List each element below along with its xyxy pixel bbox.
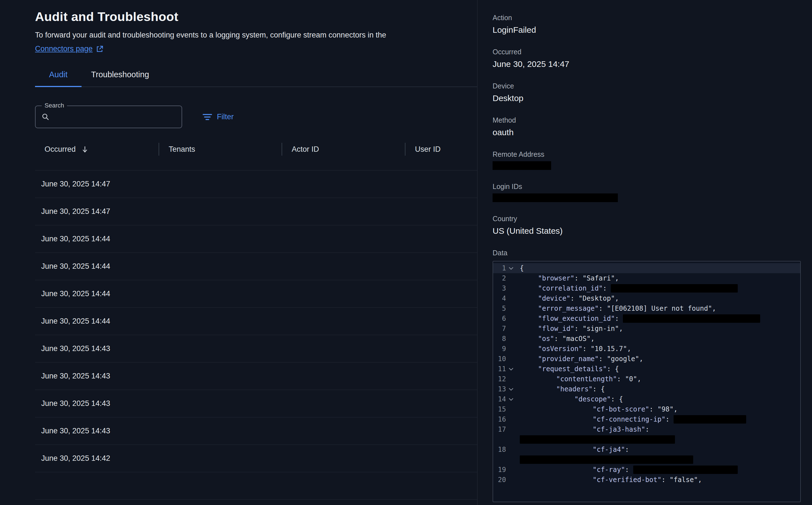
- collapse-chevron-icon[interactable]: [506, 367, 520, 371]
- list-toolbar: Search Filter: [35, 106, 477, 128]
- tab-audit[interactable]: Audit: [35, 68, 82, 87]
- json-punct: :: [615, 314, 623, 324]
- code-line-number: 16: [493, 414, 506, 425]
- json-value: "98": [657, 404, 674, 414]
- code-line: [493, 435, 800, 445]
- sort-desc-icon[interactable]: [81, 145, 89, 153]
- code-line-content: "osVersion": "10.15.7",: [520, 344, 631, 354]
- detail-field: DeviceDesktop: [492, 82, 801, 104]
- json-punct: :: [599, 354, 607, 364]
- table-row[interactable]: June 30, 2025 14:44: [35, 253, 477, 280]
- json-key: "cf-connecting-ip": [593, 414, 666, 425]
- json-key: "flow_id": [538, 324, 574, 334]
- json-punct: :: [617, 374, 625, 384]
- table-row[interactable]: June 30, 2025 14:44: [35, 308, 477, 335]
- code-line-number: 11: [493, 364, 506, 374]
- json-punct: :: [574, 273, 583, 283]
- row-occurred-value: June 30, 2025 14:44: [41, 290, 110, 298]
- table-row[interactable]: June 30, 2025 14:43: [35, 335, 477, 362]
- json-punct: ,: [674, 404, 678, 414]
- redacted-value: [520, 435, 675, 444]
- search-input[interactable]: [54, 112, 176, 122]
- table-row[interactable]: June 30, 2025 14:44: [35, 280, 477, 308]
- json-punct: {: [520, 263, 524, 273]
- connectors-link-row: Connectors page: [35, 44, 477, 53]
- column-header-user-id[interactable]: User ID: [405, 128, 477, 170]
- json-punct: :: [649, 404, 657, 414]
- table-row[interactable]: June 30, 2025 14:43: [35, 417, 477, 445]
- code-line-content: "correlation_id":: [520, 283, 738, 293]
- json-key: "descope": [574, 394, 611, 404]
- code-line-number: 8: [493, 334, 506, 344]
- json-value: "google": [607, 354, 640, 364]
- collapse-chevron-icon[interactable]: [506, 267, 520, 270]
- redacted-value: [674, 415, 746, 424]
- detail-field-label: Device: [492, 82, 801, 90]
- row-occurred-value: June 30, 2025 14:47: [41, 207, 110, 216]
- code-line-content: "request_details": {: [520, 364, 619, 374]
- code-line: 1{: [493, 263, 800, 273]
- json-punct: :: [625, 445, 629, 455]
- json-punct: :: [571, 293, 579, 304]
- table-row[interactable]: June 30, 2025 14:43: [35, 390, 477, 417]
- json-punct: ,: [698, 475, 702, 485]
- json-key: "device": [538, 293, 571, 304]
- json-value: "Desktop": [579, 293, 615, 304]
- filter-button[interactable]: Filter: [202, 113, 234, 121]
- row-occurred-value: June 30, 2025 14:47: [41, 180, 110, 188]
- code-line-number: 12: [493, 374, 506, 384]
- json-key: "correlation_id": [538, 283, 603, 293]
- connectors-page-link[interactable]: Connectors page: [35, 44, 103, 53]
- json-key: "cf-bot-score": [593, 404, 649, 414]
- code-line-number: 10: [493, 354, 506, 364]
- code-line-content: [520, 435, 675, 444]
- code-line: 10"provider_name": "google",: [493, 354, 800, 364]
- code-line: 18"cf-ja4":: [493, 445, 800, 455]
- code-line-number: 18: [493, 445, 506, 455]
- json-value: "sign-in": [583, 324, 619, 334]
- table-row[interactable]: June 30, 2025 14:42: [35, 445, 477, 472]
- search-box[interactable]: Search: [35, 106, 182, 128]
- detail-field-value: US (United States): [492, 226, 801, 236]
- table-row[interactable]: June 30, 2025 14:43: [35, 362, 477, 390]
- code-line-content: "cf-ja3-hash":: [520, 425, 649, 435]
- tab-troubleshooting[interactable]: Troubleshooting: [82, 68, 158, 87]
- code-line-content: "flow_execution_id":: [520, 314, 760, 324]
- audit-page: Audit and Troubleshoot To forward your a…: [0, 0, 812, 505]
- collapse-chevron-icon[interactable]: [506, 398, 520, 401]
- collapse-chevron-icon[interactable]: [506, 388, 520, 391]
- column-header-tenants[interactable]: Tenants: [159, 128, 282, 170]
- code-line-number: 4: [493, 293, 506, 304]
- json-punct: :: [554, 334, 562, 344]
- json-punct: :: [574, 324, 583, 334]
- audit-rows: June 30, 2025 14:47June 30, 2025 14:47Ju…: [35, 170, 477, 472]
- json-value: "macOS": [562, 334, 591, 344]
- code-line-number: 15: [493, 404, 506, 414]
- table-row[interactable]: June 30, 2025 14:44: [35, 225, 477, 253]
- json-key: "osVersion": [538, 344, 583, 354]
- page-subtitle: To forward your audit and troubleshootin…: [35, 31, 477, 39]
- code-line: 11"request_details": {: [493, 364, 800, 374]
- code-line-content: "contentLength": "0",: [520, 374, 641, 384]
- json-value: "[E062108] User not found": [607, 304, 712, 314]
- json-data-viewer[interactable]: 1{2"browser": "Safari",3"correlation_id"…: [492, 261, 801, 502]
- detail-field-value: June 30, 2025 14:47: [492, 59, 801, 69]
- json-punct: :: [645, 425, 649, 435]
- json-punct: ,: [627, 344, 631, 354]
- code-line-number: 14: [493, 394, 506, 404]
- json-key: "cf-ray": [593, 465, 625, 475]
- code-line-content: "cf-connecting-ip":: [520, 414, 746, 425]
- code-line: 5"error_message": "[E062108] User not fo…: [493, 304, 800, 314]
- json-key: "cf-ja4": [593, 445, 625, 455]
- audit-detail-panel: ActionLoginFailedOccurredJune 30, 2025 1…: [477, 0, 812, 505]
- json-punct: ,: [615, 273, 619, 283]
- column-header-actor-id[interactable]: Actor ID: [282, 128, 405, 170]
- table-row[interactable]: June 30, 2025 14:47: [35, 198, 477, 225]
- table-row-empty: [35, 472, 477, 500]
- code-line-number: 9: [493, 344, 506, 354]
- code-line: 15"cf-bot-score": "98",: [493, 404, 800, 414]
- external-link-icon: [96, 45, 103, 53]
- table-row[interactable]: June 30, 2025 14:47: [35, 170, 477, 198]
- code-line-number: 17: [493, 425, 506, 435]
- column-header-occurred[interactable]: Occurred: [35, 128, 159, 170]
